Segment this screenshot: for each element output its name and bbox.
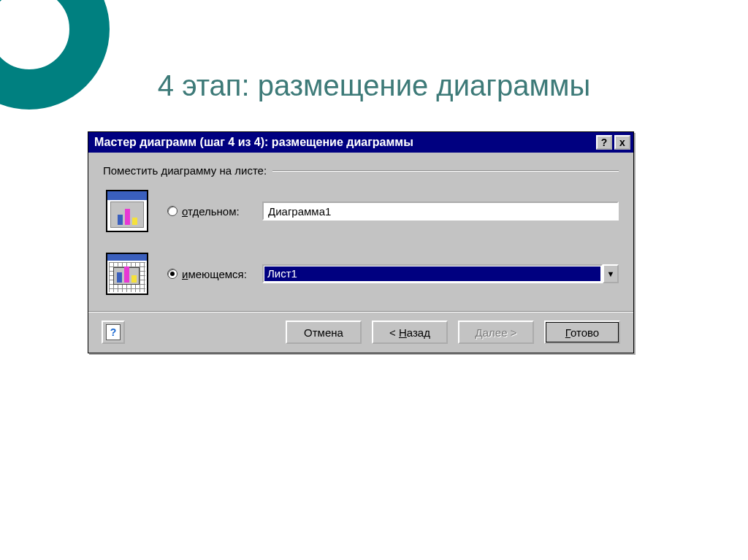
group-label-text: Поместить диаграмму на листе:: [103, 164, 272, 177]
help-button[interactable]: ?: [102, 321, 125, 344]
back-button[interactable]: < Назад: [372, 321, 448, 344]
combo-dropdown-arrow[interactable]: ▼: [603, 264, 619, 283]
dialog-footer: ? Отмена < Назад Далее > Готово: [88, 311, 633, 353]
next-button: Далее >: [458, 321, 534, 344]
radio-existing-label: имеющемся:: [182, 268, 247, 280]
help-icon: ?: [106, 324, 121, 340]
group-label: Поместить диаграмму на листе:: [103, 164, 619, 177]
titlebar-help-button[interactable]: ?: [596, 135, 612, 150]
combo-selected-value: Лист1: [264, 266, 600, 281]
separate-sheet-name-input[interactable]: [262, 202, 619, 220]
slide-title: 4 этап: размещение диаграммы: [0, 69, 748, 102]
titlebar: Мастер диаграмм (шаг 4 из 4): размещение…: [88, 132, 633, 153]
combo-display: Лист1: [262, 264, 603, 283]
existing-sheet-icon: [106, 253, 148, 295]
separate-sheet-icon: [106, 190, 148, 232]
radio-separate[interactable]: отдельном:: [167, 205, 262, 218]
group-divider: [272, 170, 619, 172]
option-row-separate: отдельном:: [103, 190, 619, 232]
titlebar-text: Мастер диаграмм (шаг 4 из 4): размещение…: [94, 136, 594, 149]
finish-button[interactable]: Готово: [544, 321, 620, 344]
option-row-existing: имеющемся: Лист1 ▼: [103, 253, 619, 295]
radio-existing[interactable]: имеющемся:: [167, 268, 262, 280]
existing-sheet-combo[interactable]: Лист1 ▼: [262, 264, 619, 283]
cancel-button[interactable]: Отмена: [286, 321, 362, 344]
radio-separate-label: отдельном:: [182, 205, 240, 218]
dialog-body: Поместить диаграмму на листе: отдельном:: [88, 153, 633, 311]
chart-wizard-dialog: Мастер диаграмм (шаг 4 из 4): размещение…: [88, 131, 634, 353]
radio-existing-indicator: [167, 269, 178, 279]
radio-separate-indicator: [167, 206, 178, 216]
titlebar-close-button[interactable]: x: [614, 135, 630, 150]
